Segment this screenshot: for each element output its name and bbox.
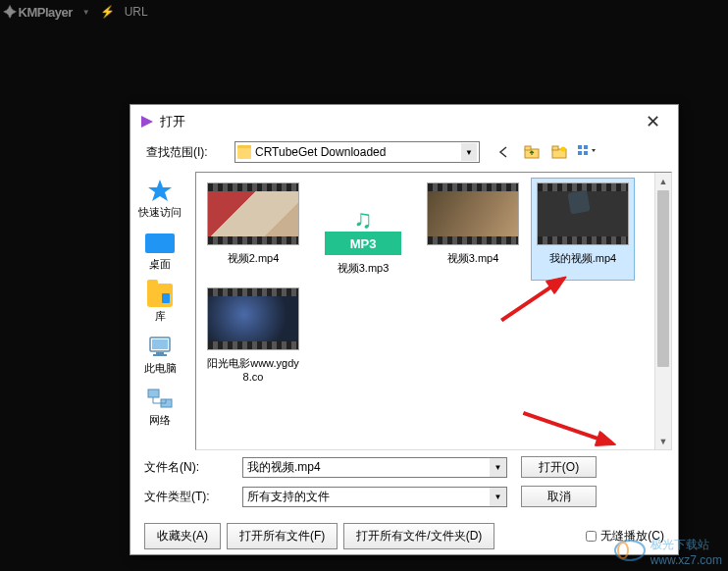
- scroll-down-icon[interactable]: ▼: [655, 433, 671, 449]
- checkbox-input[interactable]: [586, 531, 597, 542]
- dialog-titlebar: 打开 ✕: [130, 105, 678, 138]
- open-all-files-button[interactable]: 打开所有文件(F): [227, 523, 338, 549]
- player-top-bar: KMPlayer ▼ ⚡ URL: [0, 0, 728, 24]
- open-all-files-folder-button[interactable]: 打开所有文件/文件夹(D): [343, 523, 494, 549]
- chevron-down-icon[interactable]: ▼: [461, 143, 477, 161]
- svg-marker-0: [141, 116, 153, 128]
- place-desktop[interactable]: 桌面: [140, 230, 180, 274]
- place-label: 此电脑: [144, 361, 177, 376]
- place-quick-access[interactable]: 快速访问: [134, 178, 185, 222]
- dialog-bottom: 文件名(N): 我的视频.mp4 ▼ 打开(O) 文件类型(T): 所有支持的文…: [130, 450, 678, 517]
- url-label[interactable]: URL: [125, 5, 148, 19]
- close-button[interactable]: ✕: [638, 107, 668, 136]
- filename-label: 文件名(N):: [144, 459, 229, 476]
- file-name-label: 视频3.mp4: [447, 251, 499, 266]
- place-label: 快速访问: [138, 205, 182, 220]
- file-item[interactable]: 视频2.mp4: [202, 179, 304, 280]
- cancel-button[interactable]: 取消: [521, 486, 597, 507]
- favorites-button[interactable]: 收藏夹(A): [144, 523, 221, 549]
- chevron-down-icon[interactable]: ▼: [490, 458, 506, 477]
- filename-input[interactable]: 我的视频.mp4 ▼: [242, 457, 507, 478]
- folder-combo[interactable]: CRTubeGet Downloaded ▼: [234, 141, 480, 163]
- file-item[interactable]: ♫MP3视频3.mp3: [312, 179, 414, 280]
- new-folder-icon[interactable]: [550, 143, 568, 161]
- svg-point-25: [618, 543, 628, 558]
- pc-icon: [144, 336, 176, 359]
- star-icon: [144, 180, 176, 203]
- svg-rect-9: [584, 151, 588, 155]
- video-thumbnail: [207, 182, 299, 245]
- places-sidebar: 快速访问 桌面 库 此电脑 网络: [130, 172, 189, 450]
- filetype-select[interactable]: 所有支持的文件 ▼: [242, 487, 507, 507]
- library-icon: [144, 284, 176, 307]
- place-library[interactable]: 库: [140, 282, 180, 326]
- place-label: 网络: [149, 413, 171, 428]
- svg-rect-14: [153, 354, 167, 356]
- scroll-thumb[interactable]: [657, 190, 669, 367]
- file-name-label: 我的视频.mp4: [549, 251, 616, 266]
- svg-rect-4: [552, 146, 558, 150]
- desktop-icon: [144, 232, 176, 255]
- dialog-title: 打开: [160, 113, 185, 130]
- chevron-down-icon[interactable]: ▼: [490, 488, 506, 506]
- svg-rect-8: [578, 151, 582, 155]
- svg-rect-13: [156, 352, 164, 354]
- dialog-middle: 快速访问 桌面 库 此电脑 网络 视频2.mp4♫MP3视频3.mp3视频3.: [130, 166, 678, 450]
- filetype-value: 所有支持的文件: [243, 489, 490, 505]
- lookup-label: 查找范围(I):: [146, 144, 231, 161]
- svg-rect-15: [148, 389, 159, 397]
- file-name-label: 阳光电影www.ygdy8.co: [206, 356, 300, 383]
- scrollbar-vertical[interactable]: ▲ ▼: [654, 173, 671, 449]
- svg-marker-10: [148, 180, 172, 201]
- watermark: 极光下载站 www.xz7.com: [613, 537, 722, 567]
- file-item[interactable]: 我的视频.mp4: [532, 179, 634, 280]
- mp3-band: MP3: [325, 232, 401, 255]
- scroll-up-icon[interactable]: ▲: [655, 173, 671, 189]
- folder-combo-text: CRTubeGet Downloaded: [255, 145, 457, 159]
- separator-icon: ⚡: [100, 5, 115, 19]
- place-this-pc[interactable]: 此电脑: [140, 334, 181, 378]
- filename-value: 我的视频.mp4: [243, 459, 490, 476]
- player-logo: KMPlayer: [4, 5, 73, 20]
- folder-up-icon[interactable]: [523, 143, 541, 161]
- folder-lookup-row: 查找范围(I): CRTubeGet Downloaded ▼: [130, 138, 678, 166]
- file-name-label: 视频2.mp4: [228, 251, 280, 266]
- back-icon[interactable]: [495, 143, 513, 161]
- video-thumbnail: [207, 287, 299, 350]
- place-network[interactable]: 网络: [140, 386, 180, 430]
- music-note-icon: ♫: [353, 204, 373, 234]
- place-label: 库: [155, 309, 166, 324]
- svg-rect-12: [152, 339, 168, 349]
- view-mode-icon[interactable]: [578, 143, 596, 161]
- place-label: 桌面: [149, 257, 171, 272]
- play-icon: [140, 115, 154, 129]
- chevron-down-icon[interactable]: ▼: [82, 8, 90, 17]
- file-item[interactable]: 阳光电影www.ygdy8.co: [202, 284, 304, 387]
- svg-rect-2: [525, 146, 531, 150]
- open-button[interactable]: 打开(O): [521, 456, 597, 478]
- network-icon: [144, 388, 176, 411]
- watermark-text: 极光下载站 www.xz7.com: [650, 537, 722, 567]
- svg-point-5: [561, 147, 566, 152]
- svg-rect-7: [584, 145, 588, 149]
- file-name-label: 视频3.mp3: [338, 261, 390, 276]
- mp3-thumbnail: ♫MP3: [325, 182, 401, 255]
- lookup-toolbar: [495, 143, 596, 161]
- video-thumbnail: [537, 182, 629, 245]
- filetype-label: 文件类型(T):: [144, 489, 229, 505]
- dialog-footer: 收藏夹(A) 打开所有文件(F) 打开所有文件/文件夹(D) 无缝播放(C): [130, 517, 678, 554]
- video-thumbnail: [427, 182, 519, 245]
- folder-icon: [237, 145, 251, 159]
- file-list: 视频2.mp4♫MP3视频3.mp3视频3.mp4我的视频.mp4阳光电影www…: [195, 172, 672, 450]
- open-file-dialog: 打开 ✕ 查找范围(I): CRTubeGet Downloaded ▼ 快速访…: [130, 104, 679, 555]
- svg-rect-6: [578, 145, 582, 149]
- file-item[interactable]: 视频3.mp4: [422, 179, 524, 280]
